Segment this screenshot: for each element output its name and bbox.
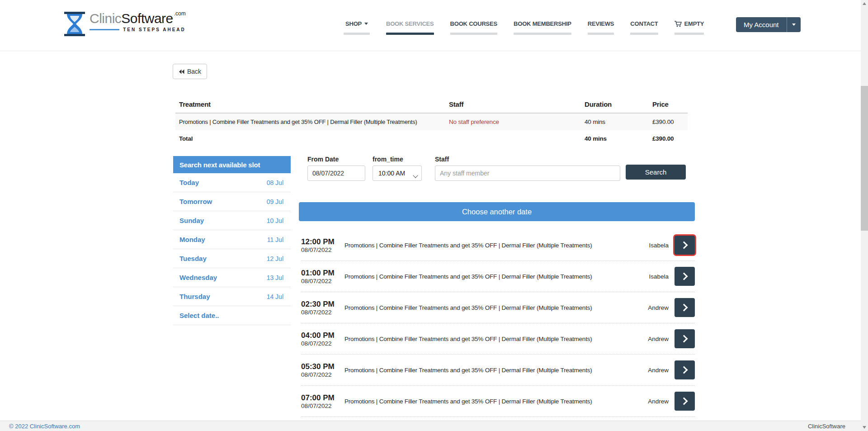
total-duration: 40 mins — [581, 130, 649, 147]
slot-row: 01:00 PM 08/07/2022 Promotions | Combine… — [301, 261, 695, 292]
my-account-caret-button[interactable] — [787, 17, 801, 32]
footer-copyright-link[interactable]: © 2022 ClinicSoftware.com — [9, 423, 80, 430]
logo-tagline: TEN STEPS AHEAD — [123, 27, 186, 32]
slot-results-list: 12:00 PM 08/07/2022 Promotions | Combine… — [301, 230, 695, 417]
column-header-price: Price — [649, 96, 688, 113]
total-price: £390.00 — [649, 130, 688, 147]
slot-date: 08/07/2022 — [301, 309, 344, 316]
slot-row: 05:30 PM 08/07/2022 Promotions | Combine… — [301, 355, 695, 386]
slot-staff: Andrew — [648, 367, 669, 374]
rewind-icon — [179, 69, 184, 74]
slot-date: 08/07/2022 — [301, 278, 344, 284]
slot-next-button[interactable] — [675, 392, 695, 411]
sidebar-item-wednesday[interactable]: Wednesday 13 Jul — [173, 268, 291, 287]
scrollbar-up-arrow[interactable] — [861, 0, 868, 7]
slot-staff: Isabela — [649, 242, 669, 249]
hourglass-icon — [63, 12, 86, 36]
footer-brand-text: ClinicSoftware — [808, 423, 845, 430]
slot-staff: Andrew — [648, 398, 669, 405]
sidebar-item-thursday[interactable]: Thursday 14 Jul — [173, 287, 291, 306]
total-label: Total — [175, 130, 445, 147]
slot-time: 02:30 PM — [301, 299, 344, 309]
sidebar-title: Search next available slot — [173, 156, 291, 173]
nav-item-contact[interactable]: CONTACT — [625, 20, 663, 35]
my-account-button[interactable]: My Account — [736, 17, 787, 32]
staff-label: Staff — [435, 156, 620, 163]
slot-treatment: Promotions | Combine Filler Treatments a… — [344, 336, 648, 342]
slot-sidebar: Search next available slot Today 08 Jul … — [173, 156, 291, 325]
slot-time: 05:30 PM — [301, 362, 344, 371]
slot-staff: Isabela — [649, 273, 669, 280]
slot-staff: Andrew — [648, 304, 669, 311]
order-row: Promotions | Combine Filler Treatments a… — [175, 114, 688, 130]
header: ClinicSoftware.com TEN STEPS AHEAD SHOP … — [0, 0, 861, 51]
order-staff-preference: No staff preference — [445, 114, 581, 130]
from-date-field[interactable] — [307, 166, 365, 181]
slot-treatment: Promotions | Combine Filler Treatments a… — [344, 273, 649, 280]
slot-next-button[interactable] — [675, 236, 695, 255]
sidebar-item-tuesday[interactable]: Tuesday 12 Jul — [173, 249, 291, 268]
slot-date: 08/07/2022 — [301, 403, 344, 409]
cart-label: EMPTY — [684, 20, 704, 27]
cart-icon — [675, 21, 682, 27]
slot-row: 02:30 PM 08/07/2022 Promotions | Combine… — [301, 292, 695, 323]
sidebar-item-today[interactable]: Today 08 Jul — [173, 173, 291, 192]
sidebar-item-tomorrow[interactable]: Tomorrow 09 Jul — [173, 192, 291, 211]
slot-treatment: Promotions | Combine Filler Treatments a… — [344, 367, 648, 374]
nav-item-cart[interactable]: EMPTY — [669, 20, 710, 35]
column-header-staff: Staff — [445, 96, 581, 113]
slot-treatment: Promotions | Combine Filler Treatments a… — [344, 398, 648, 405]
slot-next-button[interactable] — [675, 329, 695, 348]
column-header-duration: Duration — [581, 96, 649, 113]
logo-underline — [90, 29, 119, 30]
nav-item-book-courses[interactable]: BOOK COURSES — [445, 20, 503, 35]
nav-item-reviews[interactable]: REVIEWS — [582, 20, 620, 35]
search-button[interactable]: Search — [626, 165, 686, 180]
slot-date: 08/07/2022 — [301, 371, 344, 378]
logo-text: ClinicSoftware.com — [90, 12, 186, 25]
slot-treatment: Promotions | Combine Filler Treatments a… — [344, 304, 648, 311]
sidebar-item-select-date[interactable]: Select date.. — [173, 306, 291, 325]
nav-item-book-membership[interactable]: BOOK MEMBERSHIP — [508, 20, 577, 35]
slot-date: 08/07/2022 — [301, 340, 344, 347]
scrollbar — [861, 0, 868, 431]
choose-another-date-button[interactable]: Choose another date — [299, 202, 695, 221]
column-header-treatment: Treatment — [175, 96, 445, 113]
from-date-label: From Date — [307, 156, 365, 163]
page: ClinicSoftware.com TEN STEPS AHEAD SHOP … — [0, 0, 868, 431]
chevron-right-icon — [680, 398, 688, 405]
nav-item-book-services[interactable]: BOOK SERVICES — [381, 20, 439, 35]
nav-item-shop[interactable]: SHOP — [338, 20, 375, 35]
slot-time: 12:00 PM — [301, 237, 344, 246]
footer: © 2022 ClinicSoftware.com ClinicSoftware — [0, 421, 861, 431]
chevron-down-icon — [364, 23, 368, 25]
order-duration: 40 mins — [581, 114, 649, 130]
sidebar-item-monday[interactable]: Monday 11 Jul — [173, 230, 291, 249]
total-row: Total 40 mins £390.00 — [175, 130, 688, 147]
order-summary-table: Treatment Staff Duration Price Promotion… — [175, 96, 688, 147]
clinic-logo: ClinicSoftware.com TEN STEPS AHEAD — [63, 12, 186, 36]
sidebar-item-sunday[interactable]: Sunday 10 Jul — [173, 211, 291, 230]
scrollbar-down-arrow[interactable] — [861, 424, 868, 431]
order-price: £390.00 — [649, 114, 688, 130]
slot-time: 04:00 PM — [301, 331, 344, 340]
slot-next-button[interactable] — [675, 360, 695, 379]
main-nav: SHOP BOOK SERVICES BOOK COURSES BOOK MEM… — [338, 20, 709, 35]
slot-next-button[interactable] — [675, 267, 695, 286]
slot-row: 04:00 PM 08/07/2022 Promotions | Combine… — [301, 323, 695, 355]
chevron-right-icon — [680, 304, 688, 312]
chevron-right-icon — [680, 242, 688, 249]
from-time-select[interactable]: 10:00 AM — [373, 166, 422, 181]
chevron-right-icon — [680, 335, 688, 343]
slot-treatment: Promotions | Combine Filler Treatments a… — [344, 242, 649, 249]
slot-next-button[interactable] — [675, 298, 695, 317]
my-account-split-button: My Account — [736, 17, 801, 32]
slot-time: 07:00 PM — [301, 393, 344, 403]
order-table-header-row: Treatment Staff Duration Price — [175, 96, 688, 113]
slot-search-form: From Date from_time 10:00 AM Staff Searc… — [307, 156, 686, 181]
slot-row: 07:00 PM 08/07/2022 Promotions | Combine… — [301, 386, 695, 417]
back-button[interactable]: Back — [173, 64, 207, 79]
chevron-right-icon — [680, 366, 688, 374]
staff-field[interactable] — [435, 166, 620, 181]
scrollbar-thumb[interactable] — [861, 86, 868, 231]
